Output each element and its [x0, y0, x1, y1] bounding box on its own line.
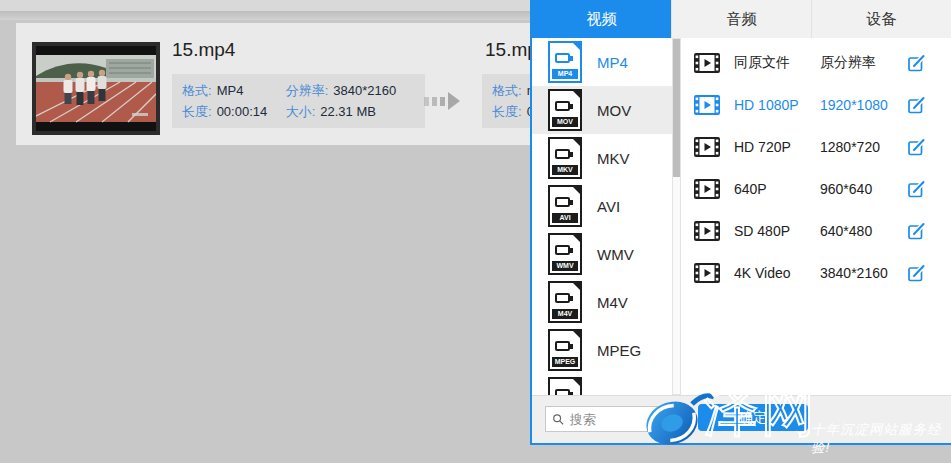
duration-label: 长度: [182, 104, 212, 119]
preset-row-hd720p[interactable]: HD 720P 1280*720 [681, 126, 951, 168]
format-item-mkv[interactable]: MKV MKV [532, 134, 672, 182]
tab-device[interactable]: 设备 [811, 0, 951, 38]
preset-name: 同原文件 [734, 54, 820, 72]
preset-row-original[interactable]: 同原文件 原分辨率 [681, 42, 951, 84]
preset-resolution: 640*480 [820, 223, 906, 239]
mpeg-file-icon: MPEG [548, 329, 582, 371]
duration-value: 00:00:14 [217, 104, 268, 119]
format-item-label: AVI [597, 198, 620, 215]
preset-resolution: 960*640 [820, 181, 906, 197]
filmstrip-icon [694, 137, 720, 157]
source-info-box: 格式:MP4 分辨率:3840*2160 长度:00:00:14 大小:22.3… [172, 74, 425, 128]
size-label: 大小: [286, 104, 316, 119]
format-item-wmv[interactable]: WMV WMV [532, 230, 672, 278]
preset-name: 640P [734, 181, 820, 197]
preset-resolution: 1920*1080 [820, 97, 906, 113]
preset-name: HD 1080P [734, 97, 820, 113]
tab-audio[interactable]: 音频 [671, 0, 811, 38]
search-icon [552, 412, 565, 427]
edit-icon[interactable] [906, 137, 926, 157]
filmstrip-icon [694, 221, 720, 241]
resolution-label: 分辨率: [286, 83, 329, 98]
format-item-mp4[interactable]: MP4 MP4 [532, 38, 672, 86]
mkv-file-icon: MKV [548, 137, 582, 179]
confirm-button[interactable]: 确定 [698, 404, 808, 431]
source-file-title: 15.mp4 [172, 39, 235, 61]
scrollbar-thumb[interactable] [673, 39, 680, 177]
format-item-avi[interactable]: AVI AVI [532, 182, 672, 230]
tab-video[interactable]: 视频 [532, 0, 671, 38]
preset-name: HD 720P [734, 139, 820, 155]
edit-icon[interactable] [906, 221, 926, 241]
format-list-scrollbar[interactable] [672, 38, 681, 395]
format-item-label: MKV [597, 150, 630, 167]
filmstrip-icon [694, 263, 720, 283]
edit-icon[interactable] [906, 95, 926, 115]
wmv-file-icon: WMV [548, 233, 582, 275]
avi-file-icon: AVI [548, 185, 582, 227]
format-value: MP4 [217, 83, 244, 98]
preset-row-4k[interactable]: 4K Video 3840*2160 [681, 252, 951, 294]
format-item-label: M4V [597, 294, 628, 311]
format-item-m4v[interactable]: M4V M4V [532, 278, 672, 326]
format-label: 格式: [182, 83, 212, 98]
file-icon [548, 377, 582, 395]
preset-name: 4K Video [734, 265, 820, 281]
format-item-mpeg[interactable]: MPEG MPEG [532, 326, 672, 374]
mp4-file-icon: MP4 [548, 41, 582, 83]
search-input[interactable] [570, 412, 666, 427]
format-picker-popup: 视频 音频 设备 MP4 MP4 MOV MOV MKV MKV AVI AVI… [530, 0, 951, 445]
format-item-label: WMV [597, 246, 634, 263]
size-value: 22.31 MB [320, 104, 376, 119]
filmstrip-icon [694, 179, 720, 199]
format-list: MP4 MP4 MOV MOV MKV MKV AVI AVI WMV WMV … [532, 38, 672, 395]
preset-row-hd1080p[interactable]: HD 1080P 1920*1080 [681, 84, 951, 126]
m4v-file-icon: M4V [548, 281, 582, 323]
popup-tab-bar: 视频 音频 设备 [532, 0, 951, 38]
search-box[interactable] [545, 406, 673, 432]
filmstrip-icon [694, 53, 720, 73]
preset-row-640p[interactable]: 640P 960*640 [681, 168, 951, 210]
edit-icon[interactable] [906, 263, 926, 283]
preset-list: 同原文件 原分辨率 HD 1080P 1920*1080 HD 720P 128… [681, 38, 951, 395]
preset-name: SD 480P [734, 223, 820, 239]
preset-resolution: 1280*720 [820, 139, 906, 155]
duration-label: 长度: [492, 104, 522, 119]
format-item-mov[interactable]: MOV MOV [532, 86, 672, 134]
preset-resolution: 原分辨率 [820, 54, 906, 72]
mov-file-icon: MOV [548, 89, 582, 131]
format-label: 格式: [492, 83, 522, 98]
convert-arrow-icon [424, 92, 460, 110]
popup-bottom-bar: 确定 [532, 395, 951, 443]
format-item-label: MOV [597, 102, 631, 119]
filmstrip-icon [694, 95, 720, 115]
preset-row-sd480p[interactable]: SD 480P 640*480 [681, 210, 951, 252]
preset-resolution: 3840*2160 [820, 265, 906, 281]
thumbnail-scene [36, 46, 156, 131]
format-item-label: MP4 [597, 54, 628, 71]
edit-icon[interactable] [906, 53, 926, 73]
format-item-partial[interactable] [532, 374, 672, 395]
edit-icon[interactable] [906, 179, 926, 199]
video-thumbnail[interactable] [32, 42, 160, 135]
resolution-value: 3840*2160 [333, 83, 396, 98]
format-item-label: MPEG [597, 342, 641, 359]
